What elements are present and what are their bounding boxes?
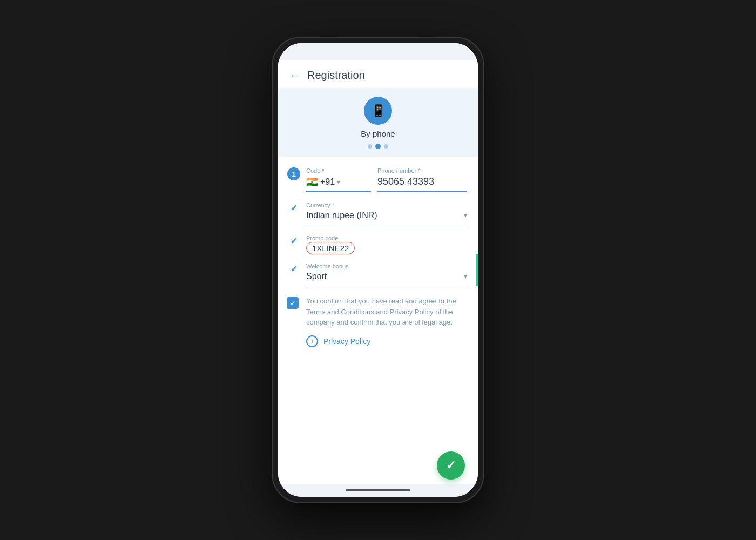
dot-2 <box>375 144 381 149</box>
step-indicator-1: 1 <box>287 167 301 185</box>
home-indicator <box>278 484 478 497</box>
welcome-check: ✓ <box>287 263 301 279</box>
promo-row: ✓ Promo code 1XLINE22 <box>287 235 467 253</box>
welcome-fields: Welcome bonus Sport ▾ <box>306 263 467 286</box>
currency-selector[interactable]: Indian rupee (INR) ▾ <box>306 211 467 225</box>
welcome-row: ✓ Welcome bonus Sport ▾ <box>287 263 467 286</box>
terms-checkbox-wrap: ✓ <box>287 296 301 309</box>
welcome-check-icon: ✓ <box>290 263 298 275</box>
phone-number-input[interactable]: 95065 43393 <box>377 176 467 192</box>
phone-fields: Code * 🇮🇳 +91 ▾ Phone number * <box>306 167 467 192</box>
welcome-bonus-selector[interactable]: Sport ▾ <box>306 272 467 286</box>
back-button[interactable]: ← <box>289 69 300 82</box>
currency-row: ✓ Currency * Indian rupee (INR) ▾ <box>287 202 467 225</box>
promo-code-input[interactable]: 1XLINE22 <box>306 242 355 254</box>
terms-checkbox[interactable]: ✓ <box>287 297 299 309</box>
info-icon: i <box>306 335 318 347</box>
check-icon: ✓ <box>290 202 298 214</box>
currency-fields: Currency * Indian rupee (INR) ▾ <box>306 202 467 225</box>
home-bar <box>346 489 410 491</box>
app-header: ← Registration <box>278 60 478 88</box>
terms-text: You confirm that you have read and agree… <box>306 296 467 328</box>
phone-row: 1 Code * 🇮🇳 +91 ▾ <box>287 167 467 192</box>
page-title: Registration <box>307 69 365 82</box>
welcome-bonus-value: Sport <box>306 272 327 281</box>
chevron-down-icon: ▾ <box>337 178 340 186</box>
promo-label: Promo code <box>306 235 467 241</box>
welcome-chevron-icon: ▾ <box>464 273 467 280</box>
stepper-section: 📱 By phone <box>278 88 478 157</box>
promo-check-icon: ✓ <box>290 235 298 247</box>
promo-check: ✓ <box>287 235 301 251</box>
dot-1 <box>368 144 372 148</box>
phone-label: Phone number * <box>377 167 467 174</box>
teal-sidebar-bar <box>476 254 478 286</box>
phone-code-column: Code * 🇮🇳 +91 ▾ <box>306 167 371 192</box>
currency-chevron-icon: ▾ <box>464 212 467 219</box>
form-section: 1 Code * 🇮🇳 +91 ▾ <box>278 157 478 484</box>
privacy-row: i Privacy Policy <box>306 335 467 347</box>
progress-dots <box>368 144 388 149</box>
phone-icon: 📱 <box>371 104 386 118</box>
promo-input-wrap: 1XLINE22 <box>306 244 467 253</box>
submit-fab-button[interactable]: ✓ <box>437 451 465 480</box>
country-code-selector[interactable]: 🇮🇳 +91 ▾ <box>306 176 371 192</box>
privacy-policy-link[interactable]: Privacy Policy <box>323 337 370 346</box>
country-code-value: +91 <box>320 177 335 187</box>
step-circle: 1 <box>287 167 300 180</box>
currency-value: Indian rupee (INR) <box>306 211 377 220</box>
fab-check-icon: ✓ <box>446 458 456 473</box>
flag-icon: 🇮🇳 <box>306 176 318 188</box>
welcome-label: Welcome bonus <box>306 263 467 269</box>
currency-check: ✓ <box>287 202 301 218</box>
terms-row: ✓ You confirm that you have read and agr… <box>287 296 467 328</box>
method-icon-container: 📱 <box>364 97 392 125</box>
promo-fields: Promo code 1XLINE22 <box>306 235 467 253</box>
currency-label: Currency * <box>306 202 467 208</box>
dot-3 <box>384 144 388 148</box>
phone-number-column: Phone number * 95065 43393 <box>377 167 467 192</box>
method-label: By phone <box>361 129 395 138</box>
code-label: Code * <box>306 167 371 174</box>
